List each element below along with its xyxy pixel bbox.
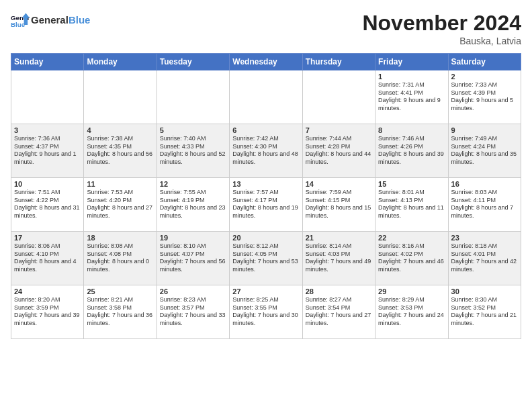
calendar-table: Sunday Monday Tuesday Wednesday Thursday… [11,53,521,339]
day-info: Sunset: 4:15 PM [306,197,372,205]
calendar-cell: 28Sunrise: 8:27 AMSunset: 3:54 PMDayligh… [302,285,375,339]
day-info: Daylight: 7 hours and 33 minutes. [160,312,226,327]
calendar-cell: 2Sunrise: 7:33 AMSunset: 4:39 PMDaylight… [448,71,521,124]
location: Bauska, Latvia [362,36,521,46]
day-number: 30 [451,287,518,295]
day-number: 8 [378,126,445,134]
day-info: Sunrise: 7:49 AM [451,135,518,143]
day-info: Daylight: 8 hours and 15 minutes. [306,204,372,220]
day-info: Daylight: 8 hours and 56 minutes. [87,150,153,166]
day-info: Sunrise: 8:08 AM [87,242,153,250]
col-thursday: Thursday [302,54,375,71]
day-info: Sunrise: 7:42 AM [232,135,299,143]
day-info: Daylight: 8 hours and 11 minutes. [378,204,445,220]
logo-icon: General Blue [11,11,30,30]
calendar-cell [230,71,302,124]
day-info: Sunrise: 8:30 AM [451,296,518,304]
day-info: Daylight: 7 hours and 30 minutes. [232,312,299,327]
day-info: Sunset: 4:20 PM [87,197,153,205]
day-info: Daylight: 7 hours and 53 minutes. [232,258,299,273]
day-info: Sunset: 4:19 PM [160,197,226,205]
calendar-cell: 19Sunrise: 8:10 AMSunset: 4:07 PMDayligh… [157,232,229,285]
calendar-cell: 15Sunrise: 8:01 AMSunset: 4:13 PMDayligh… [375,178,448,232]
calendar-cell [11,71,84,124]
day-info: Sunset: 4:35 PM [87,143,153,151]
day-info: Sunrise: 8:21 AM [87,296,153,304]
calendar-cell: 3Sunrise: 7:36 AMSunset: 4:37 PMDaylight… [11,124,84,178]
day-info: Daylight: 7 hours and 36 minutes. [87,312,153,327]
day-info: Daylight: 8 hours and 7 minutes. [451,204,518,220]
day-info: Daylight: 7 hours and 46 minutes. [378,258,445,273]
day-info: Daylight: 9 hours and 1 minute. [14,150,81,166]
day-info: Daylight: 8 hours and 39 minutes. [378,150,445,166]
calendar-cell: 20Sunrise: 8:12 AMSunset: 4:05 PMDayligh… [230,232,302,285]
calendar-cell: 26Sunrise: 8:23 AMSunset: 3:57 PMDayligh… [157,285,229,339]
day-number: 23 [451,234,518,242]
day-info: Sunset: 3:53 PM [378,304,445,312]
calendar-cell: 8Sunrise: 7:46 AMSunset: 4:26 PMDaylight… [375,124,448,178]
calendar-cell: 22Sunrise: 8:16 AMSunset: 4:02 PMDayligh… [375,232,448,285]
day-info: Sunset: 4:30 PM [232,143,299,151]
day-info: Sunrise: 8:23 AM [160,296,226,304]
day-info: Sunset: 3:55 PM [232,304,299,312]
day-info: Sunset: 4:39 PM [451,89,518,97]
day-info: Sunset: 4:03 PM [306,250,372,259]
day-info: Sunrise: 8:06 AM [14,242,81,250]
day-number: 13 [232,180,299,188]
day-info: Sunrise: 8:01 AM [378,189,445,197]
day-info: Sunset: 3:52 PM [451,304,518,312]
day-info: Daylight: 8 hours and 52 minutes. [160,150,226,166]
calendar-cell: 9Sunrise: 7:49 AMSunset: 4:24 PMDaylight… [448,124,521,178]
day-info: Sunset: 3:59 PM [14,304,81,312]
calendar-cell: 29Sunrise: 8:29 AMSunset: 3:53 PMDayligh… [375,285,448,339]
col-monday: Monday [84,54,157,71]
logo-line2: Blue [69,14,91,26]
day-info: Sunset: 4:02 PM [378,250,445,259]
day-info: Sunrise: 7:40 AM [160,135,226,143]
day-info: Daylight: 9 hours and 9 minutes. [378,97,445,112]
page-header: General Blue GeneralBlue November 2024 B… [11,11,521,46]
day-info: Sunset: 4:05 PM [232,250,299,259]
day-info: Sunrise: 8:20 AM [14,296,81,304]
day-info: Sunset: 4:13 PM [378,197,445,205]
day-info: Sunrise: 8:29 AM [378,296,445,304]
day-info: Daylight: 7 hours and 27 minutes. [306,312,372,327]
day-number: 26 [160,287,226,295]
day-number: 6 [232,126,299,134]
calendar-cell: 21Sunrise: 8:14 AMSunset: 4:03 PMDayligh… [302,232,375,285]
col-wednesday: Wednesday [230,54,302,71]
day-info: Sunset: 4:33 PM [160,143,226,151]
title-block: November 2024 Bauska, Latvia [362,11,521,46]
calendar-cell: 25Sunrise: 8:21 AMSunset: 3:58 PMDayligh… [84,285,157,339]
calendar-cell: 4Sunrise: 7:38 AMSunset: 4:35 PMDaylight… [84,124,157,178]
col-sunday: Sunday [11,54,84,71]
day-info: Sunset: 3:54 PM [306,304,372,312]
day-number: 9 [451,126,518,134]
calendar-cell: 13Sunrise: 7:57 AMSunset: 4:17 PMDayligh… [230,178,302,232]
day-info: Daylight: 7 hours and 56 minutes. [160,258,226,273]
day-info: Sunset: 4:11 PM [451,197,518,205]
day-info: Sunrise: 8:03 AM [451,189,518,197]
calendar-cell [302,71,375,124]
calendar-row: 24Sunrise: 8:20 AMSunset: 3:59 PMDayligh… [11,285,521,339]
day-info: Daylight: 7 hours and 42 minutes. [451,258,518,273]
day-info: Sunset: 4:22 PM [14,197,81,205]
svg-text:Blue: Blue [11,21,26,28]
day-info: Sunset: 4:26 PM [378,143,445,151]
day-info: Sunset: 4:07 PM [160,250,226,259]
calendar-row: 1Sunrise: 7:31 AMSunset: 4:41 PMDaylight… [11,71,521,124]
day-number: 14 [306,180,372,188]
day-number: 4 [87,126,153,134]
calendar-cell [157,71,229,124]
day-number: 16 [451,180,518,188]
day-info: Sunset: 4:08 PM [87,250,153,259]
day-number: 22 [378,234,445,242]
calendar-cell: 23Sunrise: 8:18 AMSunset: 4:01 PMDayligh… [448,232,521,285]
day-number: 18 [87,234,153,242]
calendar-cell: 12Sunrise: 7:55 AMSunset: 4:19 PMDayligh… [157,178,229,232]
calendar-cell [84,71,157,124]
day-info: Sunrise: 8:10 AM [160,242,226,250]
calendar-cell: 14Sunrise: 7:59 AMSunset: 4:15 PMDayligh… [302,178,375,232]
calendar-cell: 18Sunrise: 8:08 AMSunset: 4:08 PMDayligh… [84,232,157,285]
day-info: Daylight: 8 hours and 19 minutes. [232,204,299,220]
